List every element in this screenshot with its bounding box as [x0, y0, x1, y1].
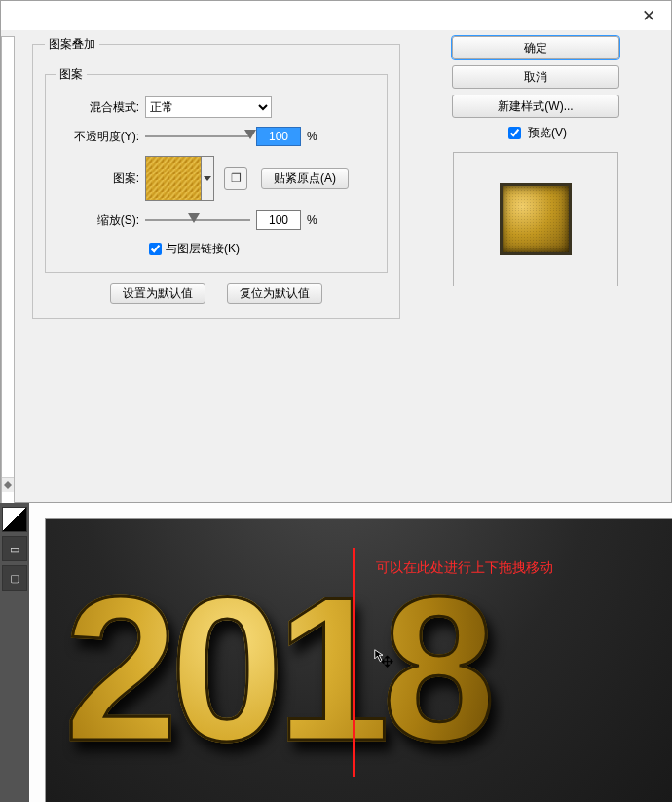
blend-mode-select[interactable]: 正常 [145, 96, 272, 118]
scale-slider[interactable] [145, 211, 250, 229]
scale-suffix: % [307, 213, 317, 227]
defaults-row: 设置为默认值 复位为默认值 [45, 283, 388, 304]
make-default-button[interactable]: 设置为默认值 [110, 283, 205, 304]
create-pattern-icon-button[interactable]: ❐ [224, 167, 247, 190]
opacity-row: 不透明度(Y): % [56, 124, 377, 149]
cancel-button[interactable]: 取消 [452, 65, 619, 89]
artwork[interactable]: 2018 可以在此处进行上下拖拽移动 [45, 518, 672, 802]
pattern-overlay-group: 图案叠加 图案 混合模式: 正常 不透明度(Y): [32, 36, 400, 319]
close-icon: ✕ [642, 6, 655, 26]
scale-slider-thumb[interactable] [188, 213, 200, 223]
swatch-icon[interactable] [2, 507, 27, 532]
preview-box [453, 152, 618, 286]
right-column: 确定 取消 新建样式(W)... 预览(V) [412, 36, 659, 286]
scale-label: 缩放(S): [56, 212, 145, 229]
snap-to-origin-button[interactable]: 贴紧原点(A) [261, 168, 349, 189]
link-with-layer-checkbox[interactable] [149, 243, 162, 255]
ruler-vertical[interactable] [29, 518, 46, 802]
pattern-overlay-title: 图案叠加 [45, 36, 99, 53]
scale-row: 缩放(S): % [56, 208, 377, 233]
preview-row: 预览(V) [412, 124, 659, 142]
dialog-body: 图案叠加 图案 混合模式: 正常 不透明度(Y): [1, 30, 671, 502]
preview-thumbnail [500, 183, 572, 255]
link-with-layer-row: 与图层链接(K) [145, 237, 377, 260]
new-pattern-icon: ❐ [231, 172, 242, 185]
opacity-label: 不透明度(Y): [56, 129, 145, 145]
preview-label: 预览(V) [528, 125, 567, 141]
blend-mode-row: 混合模式: 正常 [56, 95, 377, 120]
opacity-suffix: % [307, 130, 317, 143]
opacity-slider-thumb[interactable] [244, 130, 256, 139]
preview-checkbox[interactable] [508, 127, 521, 139]
pattern-group-title: 图案 [56, 66, 87, 83]
blend-mode-label: 混合模式: [56, 99, 145, 116]
gold-2018-text: 2018 [64, 567, 488, 772]
styles-list-scrollbar[interactable] [2, 477, 14, 492]
reset-default-button[interactable]: 复位为默认值 [227, 283, 322, 304]
pattern-group: 图案 混合模式: 正常 不透明度(Y): [45, 66, 388, 273]
settings-panel: 图案叠加 图案 混合模式: 正常 不透明度(Y): [32, 36, 400, 514]
pattern-label: 图案: [56, 171, 145, 187]
pattern-dropdown[interactable] [202, 156, 214, 201]
ruler-horizontal[interactable] [29, 503, 672, 519]
annotation-line [353, 548, 355, 777]
chevron-down-icon [204, 176, 211, 181]
tool-palette: ▭ ▢ [0, 503, 30, 802]
new-style-button[interactable]: 新建样式(W)... [452, 95, 619, 118]
opacity-input[interactable] [256, 127, 301, 146]
tool-icon-2[interactable]: ▢ [2, 565, 27, 591]
pattern-row: 图案: ❐ 贴紧原点(A) [56, 153, 377, 204]
canvas-area: ▭ ▢ 2018 可以在此处进行上下拖拽移动 [0, 503, 672, 802]
ok-button[interactable]: 确定 [452, 36, 619, 59]
styles-list-strip[interactable] [1, 36, 15, 514]
link-with-layer-label: 与图层链接(K) [166, 241, 240, 257]
layer-style-dialog: ✕ 图案叠加 图案 混合模式: 正常 [0, 0, 672, 503]
annotation-text: 可以在此处进行上下拖拽移动 [376, 559, 553, 577]
close-button[interactable]: ✕ [626, 1, 671, 30]
pattern-swatch[interactable] [145, 156, 202, 201]
tool-icon-1[interactable]: ▭ [2, 536, 27, 561]
opacity-slider[interactable] [145, 128, 250, 145]
titlebar: ✕ [1, 1, 671, 30]
scale-input[interactable] [256, 210, 301, 230]
